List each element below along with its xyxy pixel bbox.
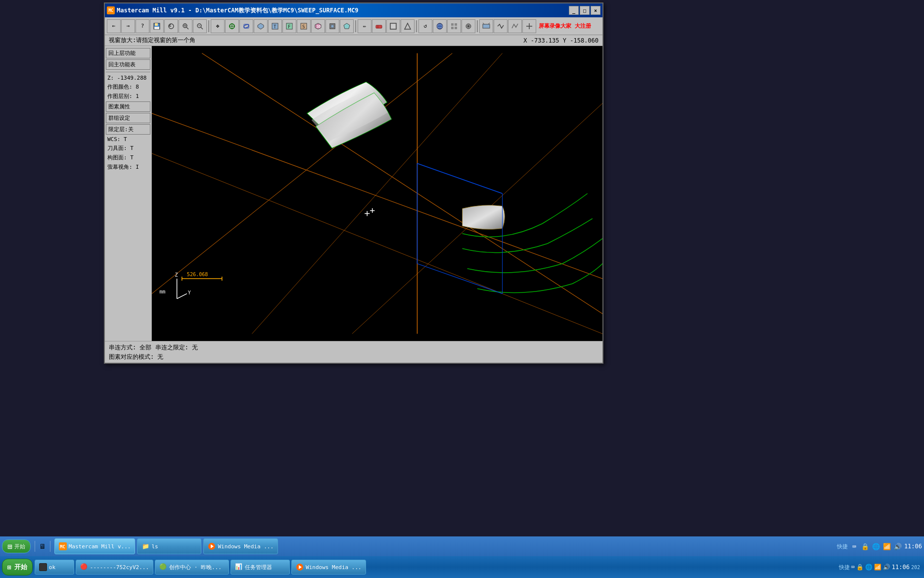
shape-button[interactable]	[401, 19, 415, 33]
svg-text:mm: mm	[159, 289, 165, 294]
view-side-button[interactable]: S	[297, 19, 311, 33]
sep3	[416, 20, 417, 32]
square-button[interactable]	[386, 19, 400, 33]
tool1-button[interactable]	[447, 19, 461, 33]
ls-taskbar-btn[interactable]: 📁 ls	[137, 538, 201, 554]
taskbar-row2: ⊞ 开始 🖥 MC Mastercam Mill v... 📁 ls Windo…	[0, 536, 924, 556]
system-tray: 快捷 ⌨ 🔒 🌐 📶 🔊 11:06	[837, 542, 922, 551]
close-button[interactable]: ×	[591, 6, 601, 15]
tool2-button[interactable]	[462, 19, 475, 33]
ok-icon	[39, 563, 47, 571]
windows-media-taskbar-btn[interactable]: Windows Media ...	[203, 538, 278, 554]
media-player-icon	[208, 542, 216, 550]
sidebar-draw-color: 作图颜色: 8	[106, 83, 150, 91]
sidebar-screen-view: 萤幕视角: I	[106, 163, 150, 171]
start-button-main[interactable]: ⊞ 开始	[2, 559, 33, 576]
task-manager-label: 任务管理器	[245, 564, 272, 571]
windows-logo-icon: ⊞	[7, 542, 12, 551]
svg-rect-43	[483, 24, 490, 28]
svg-text:Y: Y	[188, 290, 191, 295]
windows-media-label: Windows Media ...	[218, 543, 274, 550]
sidebar-main-menu[interactable]: 回主功能表	[106, 59, 150, 70]
viewport[interactable]: + Z Y 526.068 mm	[152, 46, 602, 341]
start-windows-icon: ⊞	[7, 564, 11, 571]
view-box-button[interactable]	[325, 19, 339, 33]
svg-line-11	[201, 27, 203, 29]
sidebar-wcs: WCS: T	[106, 136, 150, 143]
windows-media-bottom-label: Windows Media ...	[306, 564, 362, 571]
date-display: 202	[911, 565, 920, 570]
window-title: Mastercam Mill v9.1 - D:\MasterCAM教学资料包\…	[117, 6, 569, 15]
sep2	[355, 20, 356, 32]
arrow-forward-button[interactable]: →	[121, 19, 135, 33]
volume-icon[interactable]: 🔊	[893, 542, 902, 551]
wifi-tray-icon[interactable]: 📶	[874, 564, 881, 571]
maximize-button[interactable]: □	[580, 6, 590, 15]
rotate-button[interactable]	[239, 19, 253, 33]
svg-line-7	[186, 27, 188, 29]
sphere-button[interactable]	[433, 19, 447, 33]
windows-media-btn[interactable]: Windows Media ...	[291, 560, 366, 575]
keyboard-tray-icon[interactable]: ⌨	[851, 564, 855, 571]
svg-rect-30	[376, 25, 382, 28]
zoom-fit-button[interactable]	[179, 19, 192, 33]
view-p-button[interactable]	[340, 19, 354, 33]
task-manager-icon: 📊	[235, 563, 243, 571]
lock-tray-icon[interactable]: 🔒	[856, 564, 864, 571]
tray-icon-1[interactable]: ⌨	[850, 542, 859, 551]
show-desktop-icon[interactable]: 🖥	[37, 541, 48, 552]
select-button[interactable]	[225, 19, 239, 33]
sidebar-tool-plane: 刀具面: T	[106, 144, 150, 152]
app-window: MC Mastercam Mill v9.1 - D:\MasterCAM教学资…	[104, 2, 603, 364]
svg-text:S: S	[302, 24, 305, 29]
svg-rect-37	[451, 23, 454, 26]
zoom-in-button[interactable]	[193, 19, 207, 33]
app3-taskbar-btn[interactable]: 🟢 创作中心 · 昨晚...	[155, 560, 229, 575]
app2-icon: 🔴	[80, 563, 88, 571]
arrow-back-button[interactable]: ←	[107, 19, 121, 33]
red-toolbar-text: 屏幕录像大家 大注册	[539, 22, 591, 30]
task-manager-btn[interactable]: 📊 任务管理器	[231, 560, 290, 575]
tray-icon-2[interactable]: 🔒	[861, 542, 870, 551]
sidebar-group-settings[interactable]: 群组设定	[106, 113, 150, 123]
svg-point-16	[243, 24, 249, 28]
pan-button[interactable]: ✥	[211, 19, 225, 33]
mastercam-app-label: Mastercam Mill v...	[69, 543, 131, 550]
svg-rect-28	[331, 25, 334, 28]
extra1-button[interactable]	[479, 19, 493, 33]
network-tray-icon[interactable]: 🌐	[865, 564, 873, 571]
sep4	[477, 20, 478, 32]
extra4-button[interactable]	[522, 19, 536, 33]
save-button[interactable]	[150, 19, 164, 33]
extra2-button[interactable]	[494, 19, 508, 33]
start-main-label: 开始	[14, 563, 27, 572]
tray-icon-3[interactable]: 🌐	[872, 542, 880, 551]
extra3-button[interactable]	[508, 19, 522, 33]
quick-launch: 🖥	[35, 541, 50, 552]
ok-taskbar-btn[interactable]: ok	[35, 560, 74, 575]
start-button[interactable]: ⊞ 开始	[2, 539, 31, 553]
erase-button[interactable]	[372, 19, 386, 33]
volume-tray-icon[interactable]: 🔊	[883, 564, 890, 571]
main-taskbar-apps: ok 🔴 --------752cyV2... 🟢 创作中心 · 昨晚... 📊…	[35, 560, 837, 575]
sidebar-layer-limit[interactable]: 限定层:关	[106, 124, 150, 135]
coordinates: X -733.135 Y -158.060	[523, 37, 599, 44]
undo-zoom-button[interactable]	[164, 19, 178, 33]
view-front-button[interactable]: F	[282, 19, 296, 33]
svg-rect-76	[40, 564, 46, 571]
sidebar-back-function[interactable]: 回上层功能	[106, 48, 150, 58]
app2-taskbar-btn[interactable]: 🔴 --------752cyV2...	[76, 560, 153, 575]
ok-label: ok	[49, 564, 55, 571]
help-button[interactable]: ?	[136, 19, 149, 33]
draw-button[interactable]: ✏	[358, 19, 371, 33]
minimize-button[interactable]: _	[569, 6, 579, 15]
undo-button[interactable]: ↺	[418, 19, 432, 33]
svg-point-42	[467, 25, 469, 27]
ls-app-label: ls	[151, 543, 158, 550]
mastercam-taskbar-btn[interactable]: MC Mastercam Mill v...	[54, 538, 136, 554]
sidebar-element-props[interactable]: 图素属性	[106, 101, 150, 112]
view-3d-button[interactable]: 3D	[311, 19, 325, 33]
network-icon[interactable]: 📶	[882, 542, 891, 551]
view-top-button[interactable]: T	[268, 19, 282, 33]
view-iso-button[interactable]	[254, 19, 268, 33]
